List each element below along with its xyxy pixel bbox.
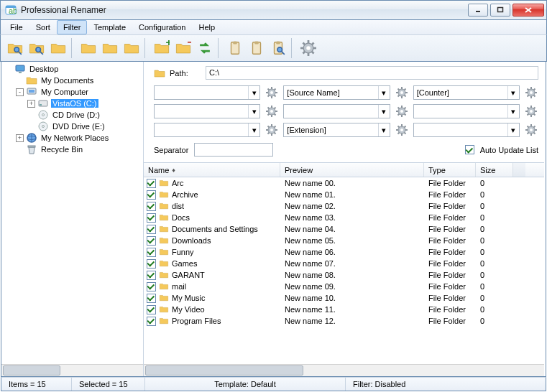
folder-tree-icon[interactable] — [100, 38, 120, 58]
table-body[interactable]: ArcNew name 00.File Folder0ArchiveNew na… — [144, 177, 544, 364]
row-checkbox[interactable] — [147, 179, 156, 188]
chevron-down-icon: ▾ — [378, 86, 390, 99]
row-checkbox[interactable] — [147, 213, 156, 223]
template-combo-r2c0[interactable]: ▾ — [154, 123, 260, 137]
row-checkbox[interactable] — [147, 271, 156, 280]
combo-gear-r0c0[interactable] — [265, 85, 279, 100]
add-folder-icon[interactable] — [152, 38, 172, 58]
template-combo-r1c2[interactable]: ▾ — [413, 104, 520, 118]
close-button[interactable] — [512, 4, 544, 17]
template-combo-r0c1[interactable]: [Source Name]▾ — [283, 85, 390, 100]
row-checkbox[interactable] — [147, 190, 156, 200]
table-hscrollbar[interactable] — [144, 364, 544, 376]
tree-node[interactable]: -My Computer — [3, 86, 142, 98]
table-row[interactable]: ArcNew name 00.File Folder0 — [144, 177, 544, 189]
clipboard-icon[interactable] — [225, 38, 245, 58]
settings-gear-icon[interactable] — [298, 38, 318, 58]
folder-icon[interactable] — [78, 38, 98, 58]
tree-node[interactable]: +VistaOS (C:) — [3, 98, 142, 109]
tree-label: My Computer — [40, 88, 90, 96]
table-row[interactable]: My MusicNew name 10.File Folder0 — [144, 292, 544, 304]
folder-icon — [158, 179, 170, 188]
col-type[interactable]: Type — [424, 163, 476, 177]
tree-node[interactable]: CD Drive (D:) — [3, 109, 142, 121]
template-combo-r1c0[interactable]: ▾ — [154, 104, 260, 118]
tree-hscrollbar[interactable] — [1, 364, 143, 376]
row-size: 0 — [476, 248, 513, 256]
path-value[interactable]: C:\ — [206, 66, 538, 80]
row-checkbox[interactable] — [147, 225, 156, 234]
row-checkbox[interactable] — [147, 282, 156, 291]
row-checkbox[interactable] — [147, 259, 156, 269]
table-row[interactable]: DocsNew name 03.File Folder0 — [144, 212, 544, 223]
row-checkbox[interactable] — [147, 305, 156, 314]
folder-icon — [158, 271, 170, 280]
table-row[interactable]: FunnyNew name 06.File Folder0 — [144, 246, 544, 258]
remove-folder-icon[interactable] — [173, 38, 193, 58]
tree-expander[interactable]: - — [16, 88, 24, 96]
swap-icon[interactable] — [195, 38, 215, 58]
table-row[interactable]: DownloadsNew name 05.File Folder0 — [144, 235, 544, 246]
table-row[interactable]: GARANTNew name 08.File Folder0 — [144, 269, 544, 281]
menu-template[interactable]: Template — [87, 20, 132, 34]
clipboard-search-icon[interactable] — [268, 38, 288, 58]
template-combo-r0c2[interactable]: [Counter]▾ — [413, 85, 520, 100]
table-row[interactable]: mailNew name 09.File Folder0 — [144, 281, 544, 292]
tree-expander[interactable]: + — [16, 134, 24, 142]
table-header: Name ♦ Preview Type Size — [144, 163, 544, 177]
minimize-button[interactable] — [468, 4, 488, 17]
folders-icon[interactable] — [121, 38, 142, 58]
refresh-icon[interactable] — [5, 38, 25, 58]
row-preview: New name 12. — [280, 317, 424, 325]
menu-file[interactable]: File — [4, 20, 29, 34]
folder-tree[interactable]: DesktopMy Documents-My Computer+VistaOS … — [1, 62, 143, 364]
combo-gear-r0c1[interactable] — [395, 85, 409, 100]
auto-update-checkbox[interactable] — [465, 145, 474, 154]
combo-gear-r2c2[interactable] — [524, 123, 538, 137]
menu-filter[interactable]: Filter — [57, 20, 87, 34]
tree-node[interactable]: Recycle Bin — [3, 144, 142, 155]
col-size[interactable]: Size — [476, 163, 513, 177]
table-row[interactable]: GamesNew name 07.File Folder0 — [144, 258, 544, 269]
row-type: File Folder — [424, 213, 476, 222]
tree-node[interactable]: Desktop — [3, 63, 142, 75]
menu-help[interactable]: Help — [192, 20, 221, 34]
template-combo-r1c1[interactable]: ▾ — [283, 104, 390, 118]
template-combo-r2c2[interactable]: ▾ — [413, 123, 520, 137]
tree-expander[interactable]: + — [27, 100, 35, 108]
combo-gear-r0c2[interactable] — [524, 85, 538, 100]
table-row[interactable]: Program FilesNew name 12.File Folder0 — [144, 315, 544, 327]
table-row[interactable]: distNew name 02.File Folder0 — [144, 200, 544, 212]
filter-folder-icon[interactable] — [27, 38, 47, 58]
table-row[interactable]: My VideoNew name 11.File Folder0 — [144, 304, 544, 315]
tree-node[interactable]: My Documents — [3, 75, 142, 86]
cd-icon — [37, 121, 49, 132]
combo-gear-r2c0[interactable] — [265, 123, 279, 137]
templates-icon[interactable] — [48, 38, 68, 58]
chevron-down-icon: ▾ — [507, 123, 519, 136]
maximize-button[interactable] — [490, 4, 510, 17]
table-row[interactable]: ArchiveNew name 01.File Folder0 — [144, 189, 544, 200]
tree-node[interactable]: DVD Drive (E:) — [3, 121, 142, 132]
combo-gear-r2c1[interactable] — [395, 123, 409, 137]
auto-update-label: Auto Update List — [480, 146, 538, 154]
combo-gear-r1c0[interactable] — [265, 104, 279, 118]
row-checkbox[interactable] — [147, 236, 156, 246]
combo-gear-r1c1[interactable] — [395, 104, 409, 118]
separator-input[interactable] — [194, 143, 273, 157]
template-combo-r0c0[interactable]: ▾ — [154, 85, 260, 100]
row-checkbox[interactable] — [147, 317, 156, 326]
net-icon — [26, 132, 37, 144]
row-checkbox[interactable] — [147, 202, 156, 211]
menu-configuration[interactable]: Configuration — [132, 20, 192, 34]
combo-gear-r1c2[interactable] — [524, 104, 538, 118]
template-combo-r2c1[interactable]: [Extension]▾ — [283, 123, 390, 137]
tree-node[interactable]: +My Network Places — [3, 132, 142, 144]
row-checkbox[interactable] — [147, 248, 156, 257]
table-row[interactable]: Documents and SettingsNew name 04.File F… — [144, 223, 544, 235]
row-checkbox[interactable] — [147, 294, 156, 303]
menu-sort[interactable]: Sort — [29, 20, 57, 34]
col-name[interactable]: Name ♦ — [144, 163, 280, 177]
clipboard-copy-icon[interactable] — [247, 38, 267, 58]
col-preview[interactable]: Preview — [280, 163, 424, 177]
